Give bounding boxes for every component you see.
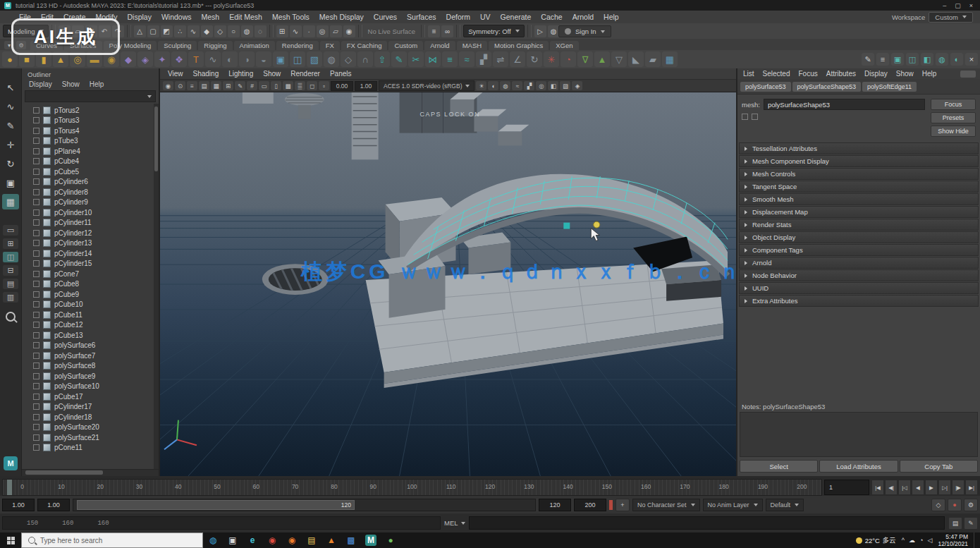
firefox-icon[interactable]: ◉ <box>282 532 302 548</box>
extract-icon[interactable]: ▧ <box>307 51 322 67</box>
mute-timeline-icon[interactable]: ◇ <box>931 499 945 511</box>
outliner-item[interactable]: polySurface9 <box>22 371 159 382</box>
menu-item[interactable]: Mesh Tools <box>267 13 314 21</box>
resolution-gate-icon[interactable]: ▯ <box>271 81 281 90</box>
viewport-menu-item[interactable]: View <box>163 70 188 78</box>
camera-attributes-icon[interactable]: ≡ <box>187 81 197 90</box>
xray-icon[interactable]: ▨ <box>560 81 570 90</box>
show-hide-button[interactable]: Show Hide <box>931 126 976 137</box>
paint-select-tool[interactable]: ✎ <box>2 118 19 133</box>
last-tool-slot[interactable]: ▦ <box>2 194 19 209</box>
outliner-item[interactable]: pTorus4 <box>22 126 159 136</box>
attribute-section-header[interactable]: Component Tags <box>739 244 979 256</box>
attribute-section-header[interactable]: Tangent Space <box>739 181 979 193</box>
outliner-item[interactable]: polySurface10 <box>22 382 159 392</box>
outliner-item[interactable]: pCylinder9 <box>22 197 159 208</box>
motion-blur-icon[interactable]: ≈ <box>512 81 522 90</box>
menu-item[interactable]: Surfaces <box>402 13 441 21</box>
select-object-icon[interactable]: ▢ <box>147 25 159 37</box>
outliner-item[interactable]: pCube12 <box>22 320 159 331</box>
visibility-checkbox[interactable] <box>33 260 39 267</box>
current-frame-field[interactable]: 1 <box>824 480 869 495</box>
outliner-item[interactable]: pCone11 <box>22 443 159 453</box>
capture-icon[interactable]: ● <box>381 532 400 548</box>
visibility-checkbox[interactable] <box>33 291 39 298</box>
outliner-horizontal-scrollbar[interactable] <box>22 469 159 476</box>
outliner-menu-item[interactable]: Help <box>90 80 104 88</box>
mel-dropdown[interactable]: MEL <box>444 519 465 527</box>
field-chart-icon[interactable]: ▒ <box>295 81 305 90</box>
outliner-item[interactable]: pCone7 <box>22 269 159 279</box>
magnifier-icon[interactable] <box>6 312 16 322</box>
weather-widget[interactable]: 22°C 多云 <box>856 536 896 545</box>
step-back-frame-button[interactable]: ◀| <box>885 480 898 495</box>
snap-grid-icon[interactable]: ⊞ <box>276 25 288 37</box>
sweep-mesh-icon[interactable]: ∿ <box>205 51 221 67</box>
pin-icon[interactable] <box>960 71 976 78</box>
outliner-item[interactable]: pCube17 <box>22 391 159 402</box>
visibility-checkbox[interactable] <box>33 434 39 441</box>
outliner-item[interactable]: polySurface21 <box>22 432 159 443</box>
task-view-icon[interactable]: ▣ <box>223 532 243 548</box>
sign-in-dropdown[interactable]: Sign In <box>558 25 611 37</box>
node-tab[interactable]: polySurface53 <box>740 82 791 92</box>
selected-vertex-handle[interactable] <box>594 221 600 228</box>
animation-preferences-icon[interactable]: ⚙ <box>964 499 978 511</box>
node-name-field[interactable]: polySurfaceShape53 <box>764 99 925 110</box>
visibility-checkbox[interactable] <box>33 332 39 339</box>
load-attributes-button[interactable]: Load Attributes <box>819 460 898 473</box>
evaluation-mode-dropdown[interactable]: Default <box>766 499 804 511</box>
outliner-item[interactable]: pCube5 <box>22 166 159 177</box>
attribute-section-header[interactable]: Node Behavior <box>739 269 979 281</box>
menu-item[interactable]: Mesh Display <box>314 13 369 21</box>
layout-single-pane[interactable]: ▭ <box>3 225 18 236</box>
make-live-icon[interactable]: ◉ <box>343 25 355 37</box>
outliner-item[interactable]: pCylinder13 <box>22 238 159 249</box>
smooth-icon[interactable]: ◍ <box>324 51 339 67</box>
outliner-item[interactable]: pCylinder17 <box>22 402 159 413</box>
exposure-field[interactable]: 0.00 <box>331 81 353 91</box>
viewport-menu-item[interactable]: Show <box>258 70 286 78</box>
bridge-icon[interactable]: ∩ <box>357 51 373 67</box>
select-camera-icon[interactable]: ◉ <box>163 81 173 90</box>
bevel-icon[interactable]: ◇ <box>341 51 356 67</box>
onedrive-icon[interactable]: ☁ <box>909 537 915 544</box>
shelf-tab[interactable]: Animation <box>234 41 275 50</box>
maximize-button[interactable]: ▢ <box>955 2 961 9</box>
outliner-item[interactable]: pCylinder6 <box>22 177 159 188</box>
isolate-select-icon[interactable]: ◧ <box>548 81 558 90</box>
mask-points-icon[interactable]: ∴ <box>174 25 186 37</box>
visibility-checkbox[interactable] <box>33 138 39 144</box>
template-checkbox[interactable] <box>742 114 748 120</box>
attribute-section-header[interactable]: Tessellation Attributes <box>739 142 979 154</box>
colorspace-dropdown[interactable]: ACES 1.0 SDR-video (sRGB) <box>379 80 474 91</box>
layout-custom[interactable]: ▥ <box>3 292 18 303</box>
outliner-item[interactable]: pPlane4 <box>22 146 159 157</box>
add-bookmark-icon[interactable]: + <box>615 499 630 511</box>
close-icon[interactable]: × <box>965 53 978 66</box>
visibility-checkbox[interactable] <box>33 107 39 114</box>
range-slider-track[interactable]: 120 <box>73 499 536 511</box>
outliner-item[interactable]: pCube11 <box>22 310 159 320</box>
spherical-harmonics-icon[interactable]: ✦ <box>154 51 170 67</box>
node-tab[interactable]: polySurfaceShape53 <box>792 82 862 92</box>
edit-shelf-icon[interactable]: ✎ <box>862 53 874 66</box>
visibility-checkbox[interactable] <box>33 342 39 348</box>
minimize-button[interactable]: – <box>943 2 946 9</box>
super-ellipse-icon[interactable]: ◈ <box>137 51 153 67</box>
spin-edge-icon[interactable]: ↻ <box>527 51 542 67</box>
mask-curves-icon[interactable]: ∿ <box>188 25 200 37</box>
cortana-icon[interactable]: ◍ <box>203 532 223 548</box>
visibility-checkbox[interactable] <box>33 117 39 123</box>
combine-icon[interactable]: ▣ <box>273 51 288 67</box>
poke-icon[interactable]: ✳ <box>544 51 559 67</box>
manipulator-handle[interactable] <box>563 223 570 229</box>
close-button[interactable]: × <box>969 2 973 9</box>
menu-item[interactable]: Cache <box>536 13 567 21</box>
attribute-section-header[interactable]: Mesh Controls <box>739 168 979 180</box>
shelf-tab[interactable]: Sculpting <box>158 41 197 50</box>
go-to-end-button[interactable]: ▶| <box>965 480 978 495</box>
grid-toggle-icon[interactable]: # <box>247 81 257 90</box>
shelf-tab[interactable]: Custom <box>388 41 423 50</box>
lighting-icon[interactable]: ☀ <box>476 81 486 90</box>
